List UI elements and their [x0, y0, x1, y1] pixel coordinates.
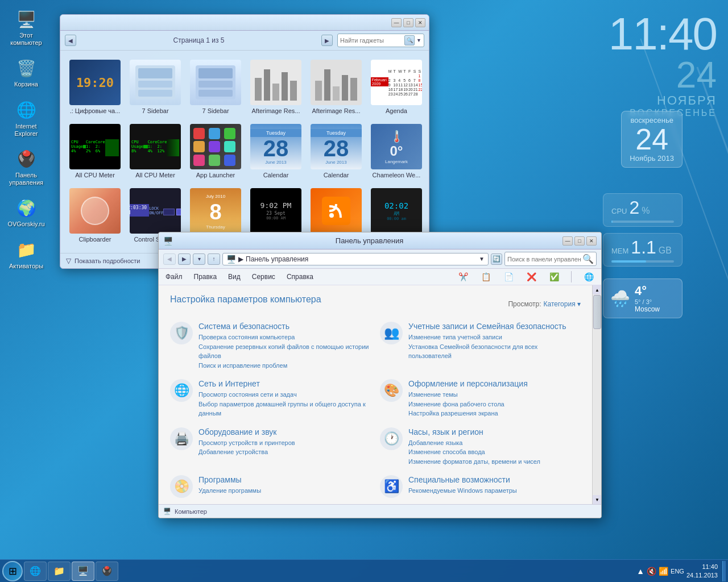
cp-tool-paste[interactable]: 📄	[502, 271, 515, 283]
cp-cat-system-title[interactable]: Система и безопасность	[198, 322, 371, 331]
gadget-afterimage1[interactable]: Afterimage Res...	[248, 57, 304, 117]
cp-cat-system-link-2[interactable]: Поиск и исправление проблем	[198, 361, 371, 371]
cp-cat-accounts-link-1[interactable]: Установка Семейной безопасности для всех…	[408, 342, 581, 361]
start-button[interactable]: ⊞	[2, 561, 23, 581]
cp-address-dropdown[interactable]: ▼	[479, 256, 485, 262]
trash-icon: 🗑️	[15, 57, 38, 80]
cp-tool-delete[interactable]: ❌	[524, 271, 538, 283]
desktop-icon-site[interactable]: 🌍 OVGorskiy.ru	[6, 194, 47, 230]
desktop-icon-trash[interactable]: 🗑️ Корзина	[6, 55, 47, 90]
cp-cat-network-link-0[interactable]: Просмотр состояния сети и задач	[198, 390, 371, 400]
gadget-agenda[interactable]: Februari 2009 MTWTFSS 1 2345678 91011121…	[369, 57, 424, 117]
cp-menu-help[interactable]: Справка	[286, 272, 315, 282]
cpu-bar-fill	[611, 221, 613, 223]
gadget-7sidebar1[interactable]: 7 Sidebar	[127, 57, 183, 117]
cp-forward-btn[interactable]: ▶	[178, 253, 191, 265]
taskbar-explorer[interactable]: 📁	[48, 562, 71, 581]
cp-cat-appearance-link-1[interactable]: Изменение фона рабочего стола	[408, 400, 528, 409]
taskbar-ie[interactable]: 🌐	[24, 562, 47, 581]
cp-cat-appearance-link-0[interactable]: Изменение темы	[408, 390, 528, 400]
gadget-calendar1[interactable]: Tuesday 28 June 2013 Calendar	[248, 122, 304, 181]
cp-refresh-btn[interactable]: 🔄	[491, 253, 502, 265]
cp-cat-system: 🛡️ Система и безопасность Проверка состо…	[170, 322, 371, 370]
cp-cat-network-link-1[interactable]: Выбор параметров домашней группы и общег…	[198, 400, 371, 418]
cp-tool-globe[interactable]: 🌐	[582, 271, 595, 283]
gadget-clipboarder[interactable]: Clipboarder	[67, 186, 123, 246]
cp-tool-copy[interactable]: 📋	[479, 271, 493, 283]
cp-menu-service[interactable]: Сервис	[251, 272, 276, 282]
tray-clock[interactable]: 11:40 24.11.2013	[686, 563, 718, 579]
cp-cat-hardware-link-0[interactable]: Просмотр устройств и принтеров	[198, 438, 295, 448]
cp-tool-check[interactable]: ✅	[547, 271, 561, 283]
cp-cat-programs-title[interactable]: Программы	[198, 475, 261, 484]
cp-cat-accounts-link-0[interactable]: Изменение типа учетной записи	[408, 332, 581, 342]
cp-up-btn[interactable]: ↑	[208, 253, 220, 265]
cp-min-btn[interactable]: —	[562, 236, 573, 246]
cp-cat-clock-link-1[interactable]: Изменение способа ввода	[408, 447, 540, 457]
gadgets-search-btn[interactable]: 🔍	[404, 35, 415, 45]
gadgets-max-btn[interactable]: □	[403, 18, 413, 27]
desktop-icon-ie[interactable]: 🌐 Internet Explorer	[6, 97, 47, 140]
cp-scrollbar[interactable]: ▲ ▼	[592, 285, 601, 504]
cp-menu-view[interactable]: Вид	[227, 272, 242, 282]
gadget-calendar2[interactable]: Tuesday 28 June 2013 Calendar	[308, 122, 364, 181]
cp-cat-hardware-link-1[interactable]: Добавление устройства	[198, 447, 295, 457]
cp-search-bar[interactable]: 🔍	[504, 252, 597, 266]
tray-language[interactable]: ENG	[671, 568, 684, 575]
gadget-digital-clock[interactable]: 19:20 .: Цифровые ча...	[67, 57, 123, 117]
cp-cat-hardware-title[interactable]: Оборудование и звук	[198, 427, 295, 436]
cp-cat-accounts-title[interactable]: Учетные записи и Семейная безопасность	[408, 322, 581, 331]
cp-cat-clock-link-2[interactable]: Изменение форматов даты, времени и чисел	[408, 457, 540, 467]
svg-rect-1	[138, 68, 172, 78]
cp-cat-appearance-title[interactable]: Оформление и персонализация	[408, 379, 528, 388]
show-desktop-btn[interactable]	[722, 561, 726, 581]
cp-tool-sep	[571, 271, 572, 282]
desktop-icon-activators[interactable]: 📁 Активаторы	[6, 236, 47, 272]
taskbar: ⊞ 🌐 📁 🖥️ 🖲️ ▲ 🔇 📶 ENG 11:40 24.11.2013	[0, 559, 728, 582]
cp-cat-clock-title[interactable]: Часы, язык и регион	[408, 427, 540, 436]
tray-arrow-icon[interactable]: ▲	[636, 567, 644, 576]
cp-back-btn[interactable]: ◀	[163, 253, 176, 265]
cp-close-btn[interactable]: ✕	[586, 236, 597, 246]
cp-max-btn[interactable]: □	[574, 236, 585, 246]
gadgets-next-btn[interactable]: ▶	[321, 35, 333, 46]
tray-sound-icon[interactable]: 🔇	[647, 567, 656, 576]
cp-cat-appearance-link-2[interactable]: Настройка разрешения экрана	[408, 409, 528, 418]
cp-address-bar[interactable]: 🖥️ ▶ Панель управления ▼	[222, 253, 489, 265]
gadgets-close-btn[interactable]: ✕	[415, 18, 425, 27]
gadget-cpumeter1[interactable]: CPU Usage 4% Core 1: 2% Core 2: 6% All C…	[67, 122, 123, 181]
cp-cat-network-title[interactable]: Сеть и Интернет	[198, 379, 371, 388]
gadgets-prev-btn[interactable]: ◀	[65, 35, 76, 46]
gadgets-search-dropdown[interactable]: ▼	[416, 38, 421, 43]
tray-network-icon[interactable]: 📶	[659, 567, 668, 576]
cp-view-dropdown[interactable]: Категория ▾	[544, 300, 581, 308]
cp-address-text: Панель управления	[246, 255, 308, 263]
cp-menu-edit[interactable]: Правка	[193, 272, 218, 282]
gadget-feedreader-thumb	[311, 188, 362, 234]
gadget-cpumeter2[interactable]: CPU Usage 8% Core 1: 4% Core 2: 12% All …	[127, 122, 183, 181]
gadgets-search-input[interactable]	[340, 37, 403, 44]
taskbar-panel2[interactable]: 🖲️	[96, 562, 118, 581]
cp-cat-clock-link-0[interactable]: Добавление языка	[408, 438, 540, 448]
cp-cat-system-link-0[interactable]: Проверка состояния компьютера	[198, 332, 371, 342]
cp-cat-programs-icon: 📀	[170, 475, 193, 498]
cp-scroll-thumb[interactable]	[593, 295, 601, 329]
gadgets-min-btn[interactable]: —	[391, 18, 402, 27]
gadget-7sidebar2[interactable]: 7 Sidebar	[188, 57, 243, 117]
cp-menu-file[interactable]: Файл	[164, 272, 184, 282]
desktop-icon-computer[interactable]: 🖥️ Этот компьютер	[6, 6, 47, 49]
cp-tool-cut[interactable]: ✂️	[456, 271, 470, 283]
gadget-applauncher[interactable]: App Launcher	[188, 122, 243, 181]
desktop-icon-panel[interactable]: 🖲️ Панель управления	[6, 146, 47, 189]
gadget-afterimage2[interactable]: Afterimage Res...	[308, 57, 364, 117]
cp-cat-accessibility-link-0[interactable]: Рекомендуемые Windows параметры	[408, 486, 517, 496]
gadgets-search-box[interactable]: 🔍 ▼	[337, 34, 424, 47]
gadget-chameleon[interactable]: 🌡️ 0° Langemark Chameleon We...	[369, 122, 424, 181]
cp-titlebar: 🖥️ Панель управления — □ ✕	[159, 232, 601, 250]
cp-cat-programs-link-0[interactable]: Удаление программы	[198, 486, 261, 496]
cp-cat-system-link-1[interactable]: Сохранение резервных копий файлов с помо…	[198, 342, 371, 361]
cp-recent-btn[interactable]: ▾	[193, 253, 205, 265]
cp-search-input[interactable]	[507, 256, 581, 263]
taskbar-panel1[interactable]: 🖥️	[72, 562, 94, 581]
cp-cat-accessibility-title[interactable]: Специальные возможности	[408, 475, 517, 484]
